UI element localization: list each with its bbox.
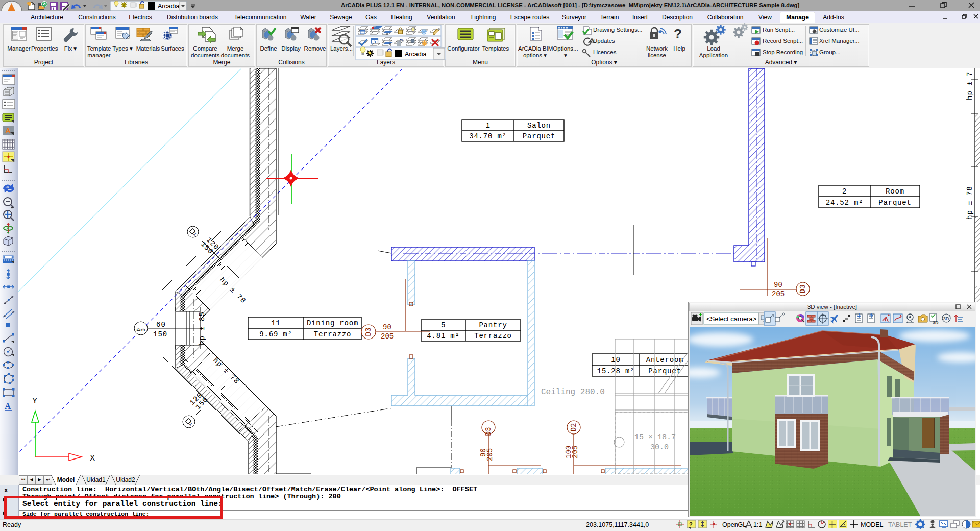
svg-text:150: 150 — [153, 330, 167, 339]
svg-text:Salon: Salon — [527, 122, 551, 130]
svg-text:10: 10 — [611, 356, 620, 364]
svg-text:24.52 m²: 24.52 m² — [826, 199, 864, 207]
svg-text:3: 3 — [141, 328, 146, 331]
svg-text:Układ1: Układ1 — [86, 476, 106, 484]
svg-text:?: ? — [689, 521, 693, 527]
svg-text:A: A — [5, 126, 11, 135]
svg-text:11: 11 — [271, 319, 280, 327]
svg-text:hp ± 7: hp ± 7 — [966, 71, 974, 100]
svg-text:Model: Model — [57, 476, 75, 484]
svg-text:Y: Y — [32, 396, 37, 406]
svg-text:1: 1 — [485, 122, 490, 130]
svg-text:34.70 m²: 34.70 m² — [469, 132, 507, 140]
svg-text:9.69 m²: 9.69 m² — [259, 330, 292, 339]
svg-text:D3: D3 — [484, 427, 493, 436]
svg-text:205: 205 — [381, 332, 394, 341]
svg-text:Room: Room — [886, 187, 904, 196]
svg-text:90: 90 — [383, 323, 391, 331]
svg-text:D3: D3 — [799, 285, 807, 294]
svg-text:3D: 3D — [933, 320, 939, 325]
svg-text:Pantry: Pantry — [479, 321, 507, 329]
svg-text:Dining room: Dining room — [307, 319, 358, 327]
svg-text:4.81 m²: 4.81 m² — [427, 332, 459, 340]
svg-text:205: 205 — [571, 446, 579, 458]
svg-text:3D: 3D — [943, 316, 949, 321]
svg-text:30.0: 30.0 — [650, 443, 669, 452]
svg-text:A: A — [5, 401, 11, 411]
svg-text:hp ± 85: hp ± 85 — [198, 311, 206, 345]
svg-text:X: X — [90, 453, 95, 463]
svg-text:2: 2 — [842, 187, 847, 196]
svg-text:MODEL: MODEL — [861, 521, 884, 528]
svg-text:205: 205 — [772, 290, 785, 298]
svg-text:15 × 18.7: 15 × 18.7 — [634, 433, 676, 442]
svg-text:1:1: 1:1 — [753, 521, 762, 528]
svg-text:OpenGL: OpenGL — [722, 521, 746, 528]
svg-text:Arcadia: Arcadia — [158, 3, 179, 10]
svg-text:Parquet: Parquet — [878, 199, 911, 207]
svg-text:D2: D2 — [570, 423, 578, 432]
svg-text:hp ± 78: hp ± 78 — [966, 186, 974, 220]
svg-text:<Select camera>: <Select camera> — [706, 315, 756, 323]
svg-text:60: 60 — [156, 321, 166, 329]
svg-text:Anteroom: Anteroom — [646, 356, 684, 364]
svg-text:Terrazzo: Terrazzo — [474, 332, 512, 340]
svg-text:15.28 m²: 15.28 m² — [597, 367, 635, 375]
svg-text:5: 5 — [441, 321, 446, 329]
svg-text:D3: D3 — [364, 328, 373, 336]
svg-text:Ceiling 280.0: Ceiling 280.0 — [541, 388, 605, 397]
svg-text:Parquet: Parquet — [523, 132, 555, 140]
svg-text:Układ2: Układ2 — [116, 476, 135, 484]
svg-text:Terrazzo: Terrazzo — [314, 330, 352, 339]
svg-text:205: 205 — [486, 448, 494, 461]
svg-text:90: 90 — [774, 281, 782, 289]
svg-text:TABLET: TABLET — [888, 521, 912, 528]
